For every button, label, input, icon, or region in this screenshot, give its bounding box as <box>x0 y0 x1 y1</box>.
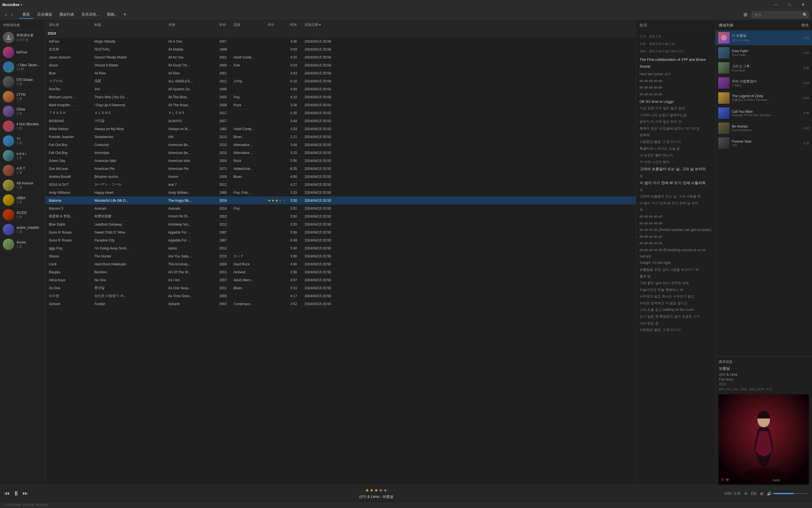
artist-item-acdc[interactable]: AC/DC 2 首 <box>0 207 45 222</box>
playlist-item-4[interactable]: The Legend of Zelda 近藤浩治 & Nobuo Uematsu… <box>715 91 812 106</box>
maximize-button[interactable]: □ <box>783 0 796 9</box>
artist-item-1tym[interactable]: 1TYM 1 首 <box>0 89 45 104</box>
artist-item-all[interactable]: 所有演出者 2,733 首 <box>0 30 45 45</box>
search-button[interactable]: 🔍 <box>803 12 807 17</box>
col-header-added[interactable]: 添加日期 ▾ <box>303 23 346 27</box>
tab-now-playing[interactable]: 正在播放 <box>34 10 55 19</box>
song-row[interactable]: Slaves The Hunter Are You Satis... 2015 … <box>45 252 636 260</box>
app-dropdown[interactable]: ▾ <box>21 3 22 6</box>
song-row[interactable]: Willie Nelson Always on My Mind Always o… <box>45 125 636 133</box>
player-star-2[interactable]: ★ <box>370 488 374 493</box>
search-input[interactable] <box>752 11 809 18</box>
playlist-search-button[interactable]: 查找 <box>801 23 809 28</box>
song-row[interactable]: Maroon 5 Animals Animals 2014 Pop 3:51 2… <box>45 205 636 213</box>
song-row-selected[interactable]: Matoma Wonderful Life (Mi O... The Angry… <box>45 197 636 205</box>
song-row[interactable]: Don McLean American Pie American Pie 197… <box>45 165 636 173</box>
add-tab-button[interactable]: + <box>121 10 129 19</box>
song-row[interactable]: Michael Learns ... That's Why (You Go ..… <box>45 93 636 101</box>
col-header-year[interactable]: 年份 <box>218 23 232 27</box>
lyrics-content[interactable]: 作词：勇敢兄弟 作曲：勇敢兄弟/大象王国 编曲：勇敢兄弟/大象王国/이정민 Th… <box>636 30 715 485</box>
song-row[interactable]: Iggy Pop I'm Going Away Smili... Après 2… <box>45 244 636 252</box>
song-row[interactable]: Green Day American Idiot American Idiot … <box>45 157 636 165</box>
view-toggle-button[interactable]: ⊞ <box>741 11 750 18</box>
song-row[interactable]: Guns N' Roses Paradise City Appetite For… <box>45 237 636 244</box>
player-star-5[interactable]: ★ <box>383 488 387 493</box>
song-row[interactable]: Raujika Bamboo Art Of The W... 2011 Ambe… <box>45 268 636 276</box>
tab-video[interactable]: 视频... <box>103 10 121 19</box>
artist-item-adar[interactable]: a d a r 1 首 <box>0 148 45 163</box>
song-row[interactable]: 이수영 당신은 사랑받기 위... As Time Goes... 2005 4… <box>45 292 636 300</box>
song-row[interactable]: SOUL'd OUT カーデン・コール and 7 2011 4:27 2024… <box>45 181 636 189</box>
song-row[interactable]: Blue All Rise All Rise 2001 3:43 2024/04… <box>45 69 636 77</box>
player-star-4[interactable]: ★ <box>379 488 383 493</box>
extra-view-button[interactable]: ⊞ <box>760 491 763 496</box>
playlist-item-2[interactable]: 그리고 그후 FreeStyle 3:36 <box>715 60 812 76</box>
song-row[interactable]: Fall Out Boy Immortals American Be... 20… <box>45 149 636 157</box>
song-genre: Ambeat <box>232 270 266 274</box>
close-button[interactable]: ✕ <box>797 0 810 9</box>
artist-item-abba[interactable]: ABBA 2 首 <box>0 193 45 207</box>
playlist-item-3[interactable]: 우리 사랑했잖아 T-ARA 3:34 <box>715 76 812 91</box>
artist-item-4nl[interactable]: 4 Non Blondes 1 首 <box>0 119 45 133</box>
artist-item-taku[interactable]: ☆Taku Takah... 14 首 <box>0 60 45 75</box>
artist-item-2shai[interactable]: 2Shai 1 首 <box>0 104 45 119</box>
prev-button[interactable]: ⏮ <box>5 491 10 496</box>
artist-item-acreix[interactable]: Acreix 1 首 <box>0 237 45 252</box>
col-header-rating[interactable]: 评分 <box>266 23 289 27</box>
song-row[interactable]: Blue Stahli Leadfoot Getaway Antisleep V… <box>45 220 636 228</box>
equalizer-button[interactable]: ≋ <box>744 491 747 496</box>
playlist-item-0[interactable]: 디 보름달 선미 & Lena 3:22 <box>715 30 812 45</box>
player-star-1[interactable]: ★ <box>365 488 369 493</box>
song-row[interactable]: Sissel Should It Matter All Good Thi... … <box>45 61 636 69</box>
col-header-duration[interactable]: 时长 <box>289 23 303 27</box>
forward-button[interactable]: › <box>9 11 14 18</box>
playlist-item-title-7: Forever Now <box>732 139 801 143</box>
playlist-item-1[interactable]: Free Fallin' Tom Petty 4:15 <box>715 45 812 60</box>
song-row[interactable]: 胡彦斌 & 李彩... 有梦好甜蜜 Anson Hu 同... 2002 3:5… <box>45 213 636 220</box>
col-header-genre[interactable]: 流派 <box>232 23 266 27</box>
song-row[interactable]: Ashanti Foolish Ashanti 2002 Contempor..… <box>45 300 636 308</box>
tab-music[interactable]: 音乐 <box>19 10 33 19</box>
song-row[interactable]: BIGBANG 거짓말 ALWAYS 2007 3:49 2024/04/15 … <box>45 117 636 125</box>
back-button[interactable]: ‹ <box>3 11 8 18</box>
album-art: S 中 Sun01 <box>719 394 809 485</box>
col-header-title[interactable]: 标题 <box>93 23 167 27</box>
minimize-button[interactable]: ─ <box>769 0 782 9</box>
artist-item-070shake[interactable]: 070 Shake 1 首 <box>0 75 45 89</box>
rating-stars[interactable]: ★ ★ ★ ★ ★ <box>268 198 288 203</box>
song-row[interactable]: As One 혼잣말 As One Seas... 2011 Blues 3:1… <box>45 284 636 292</box>
song-row[interactable]: コブクロ 流星 ALL SINGLES ... 2012 J-Pop 5:10 … <box>45 77 636 85</box>
playlist-item-6[interactable]: Be Human Scott Matthew 4:02 <box>715 121 812 136</box>
artist-item-art[interactable]: A.R.T 1 首 <box>0 163 45 178</box>
song-row[interactable]: ＴＲＡＳＨ ＡＬＯＮＥ ＡＬＯＮＥ 2017 2:35 2024/04/15 2… <box>45 109 636 117</box>
song-row[interactable]: beFour Magic Melody All 4 One 2007 3:36 … <box>45 38 636 45</box>
song-row[interactable]: Freddie Joachim Strawberries AM 2010 Blu… <box>45 133 636 141</box>
song-artist: Janet Jackson <box>48 55 93 59</box>
song-row[interactable]: Andy Williams Happy Heart Andy William..… <box>45 189 636 197</box>
os-button[interactable]: OS <box>751 491 757 496</box>
artist-item-7[interactable]: 7!! 1 首 <box>0 133 45 148</box>
song-row[interactable]: Fall Out Boy Centuries American Be... 20… <box>45 141 636 149</box>
song-row[interactable]: Guns N' Roses Sweet Child O' Mine Appeti… <box>45 228 636 237</box>
play-pause-button[interactable]: ⏸ <box>13 490 19 497</box>
playlist-item-7[interactable]: Forever Now 435 4:35 <box>715 136 812 151</box>
col-header-album[interactable]: 专辑 <box>167 23 218 27</box>
next-button[interactable]: ⏭ <box>23 491 28 496</box>
song-row[interactable]: Roo'Ra 3!4! All System Go 1996 4:09 2024… <box>45 85 636 93</box>
tab-playlist[interactable]: 播放列表 <box>56 10 78 19</box>
song-row[interactable]: Mark Knopfler ... I Dug Up A Diamond All… <box>45 101 636 109</box>
player-rating[interactable]: ★ ★ ★ ★ ★ <box>365 488 387 493</box>
song-row[interactable]: Lordi Hard Rock Hallelujah The Arockaly.… <box>45 260 636 268</box>
artist-item-befour[interactable]: beFour <box>0 45 45 60</box>
tab-browse[interactable]: 音乐浏览... <box>78 10 103 19</box>
song-row[interactable]: Alicia Keys No One As I Am 2007 Adult Al… <box>45 276 636 284</box>
playlist-item-5[interactable]: Call You Mine Geologic Of The Blue Schol… <box>715 106 812 121</box>
artist-item-ab[interactable]: AB Avenue 1 首 <box>0 178 45 193</box>
artist-item-acane[interactable]: acane_madder 1 首 <box>0 222 45 237</box>
song-row[interactable]: 엄정화 FESTIVAL All Details 1999 3:59 2024/… <box>45 45 636 53</box>
col-header-artist[interactable]: 演出者 <box>48 23 93 27</box>
player-star-3[interactable]: ★ <box>374 488 378 493</box>
song-row[interactable]: Andrea Bocelli Bésame mucho Amore 2006 B… <box>45 173 636 181</box>
volume-slider[interactable] <box>773 493 807 494</box>
song-row[interactable]: Janet Jackson Doesn't Really Matter All … <box>45 53 636 61</box>
